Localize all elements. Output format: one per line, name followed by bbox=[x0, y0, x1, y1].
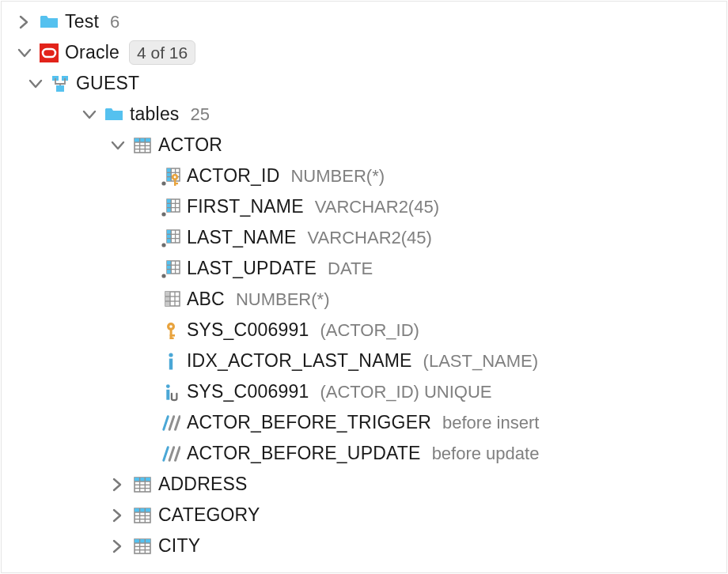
key-icon bbox=[161, 321, 180, 340]
tree-item-label: CATEGORY bbox=[158, 504, 260, 526]
tree-item-label: ADDRESS bbox=[158, 474, 248, 495]
column-label: ABC bbox=[187, 289, 225, 310]
count-badge: 4 of 16 bbox=[129, 40, 195, 65]
table-icon bbox=[133, 136, 152, 155]
trigger-icon bbox=[161, 414, 180, 432]
tree-item-column-actor-id[interactable]: ACTOR_ID NUMBER(*) bbox=[5, 160, 726, 191]
index-cols: (ACTOR_ID) UNIQUE bbox=[320, 382, 491, 402]
index-label: IDX_ACTOR_LAST_NAME bbox=[187, 350, 412, 372]
column-type: NUMBER(*) bbox=[236, 289, 330, 310]
tree-item-category[interactable]: CATEGORY bbox=[5, 500, 726, 531]
column-gray-icon bbox=[161, 290, 180, 309]
index-unique-icon bbox=[161, 383, 180, 402]
column-label: FIRST_NAME bbox=[187, 196, 304, 217]
column-type: VARCHAR2(45) bbox=[315, 197, 439, 217]
tree-item-index-unique[interactable]: SYS_C006991 (ACTOR_ID) UNIQUE bbox=[5, 376, 726, 407]
chevron-down-icon[interactable] bbox=[27, 75, 44, 93]
trigger-desc: before update bbox=[432, 444, 540, 464]
trigger-label: ACTOR_BEFORE_UPDATE bbox=[187, 443, 421, 464]
key-label: SYS_C006991 bbox=[187, 319, 309, 341]
tree-item-label: CITY bbox=[158, 535, 200, 557]
tree-item-label: GUEST bbox=[76, 73, 139, 94]
db-tree: Test 6 Oracle 4 of 16 GUEST tables 25 AC… bbox=[1, 1, 727, 573]
table-icon bbox=[133, 475, 152, 494]
folder-icon bbox=[104, 105, 123, 124]
chevron-down-icon[interactable] bbox=[16, 44, 33, 62]
tree-item-label: tables bbox=[130, 104, 180, 125]
tree-item-address[interactable]: ADDRESS bbox=[5, 469, 726, 500]
tree-item-count: 6 bbox=[110, 12, 119, 32]
table-icon bbox=[133, 506, 152, 525]
tree-item-label: ACTOR bbox=[158, 134, 222, 156]
trigger-icon bbox=[161, 444, 180, 463]
tree-item-oracle[interactable]: Oracle 4 of 16 bbox=[5, 37, 726, 68]
tree-item-guest[interactable]: GUEST bbox=[5, 68, 726, 99]
column-type: DATE bbox=[328, 259, 373, 279]
key-cols: (ACTOR_ID) bbox=[320, 320, 419, 341]
trigger-desc: before insert bbox=[442, 413, 539, 433]
chevron-right-icon[interactable] bbox=[109, 476, 127, 493]
column-label: LAST_NAME bbox=[187, 227, 297, 248]
column-icon bbox=[161, 198, 180, 217]
column-label: ACTOR_ID bbox=[187, 165, 279, 187]
pk-column-icon bbox=[161, 167, 180, 186]
tree-item-label: Test bbox=[65, 11, 99, 32]
oracle-icon bbox=[40, 43, 59, 62]
tree-item-column-first-name[interactable]: FIRST_NAME VARCHAR2(45) bbox=[5, 191, 726, 222]
tree-item-key-sys[interactable]: SYS_C006991 (ACTOR_ID) bbox=[5, 315, 726, 346]
tree-item-index-lastname[interactable]: IDX_ACTOR_LAST_NAME (LAST_NAME) bbox=[5, 346, 726, 376]
tree-item-column-last-name[interactable]: LAST_NAME VARCHAR2(45) bbox=[5, 222, 726, 253]
tree-item-column-last-update[interactable]: LAST_UPDATE DATE bbox=[5, 253, 726, 284]
tree-item-label: Oracle bbox=[65, 42, 119, 63]
trigger-label: ACTOR_BEFORE_TRIGGER bbox=[187, 412, 431, 433]
column-label: LAST_UPDATE bbox=[187, 258, 317, 279]
folder-icon bbox=[40, 13, 59, 32]
tree-item-trigger-insert[interactable]: ACTOR_BEFORE_TRIGGER before insert bbox=[5, 407, 726, 438]
tree-item-tables[interactable]: tables 25 bbox=[5, 99, 726, 130]
tree-item-trigger-update[interactable]: ACTOR_BEFORE_UPDATE before update bbox=[5, 438, 726, 469]
tree-item-actor[interactable]: ACTOR bbox=[5, 130, 726, 160]
tree-item-city[interactable]: CITY bbox=[5, 531, 726, 561]
index-icon bbox=[161, 352, 180, 371]
index-cols: (LAST_NAME) bbox=[423, 351, 538, 372]
chevron-right-icon[interactable] bbox=[109, 538, 127, 555]
tree-item-column-abc[interactable]: ABC NUMBER(*) bbox=[5, 284, 726, 315]
chevron-right-icon[interactable] bbox=[109, 507, 127, 524]
chevron-down-icon[interactable] bbox=[81, 106, 98, 123]
tree-item-count: 25 bbox=[191, 104, 210, 125]
column-icon bbox=[161, 228, 180, 247]
chevron-right-icon[interactable] bbox=[16, 13, 33, 31]
chevron-down-icon[interactable] bbox=[109, 137, 127, 154]
tree-item-test[interactable]: Test 6 bbox=[5, 6, 726, 37]
index-label: SYS_C006991 bbox=[187, 381, 309, 402]
schema-icon bbox=[51, 74, 70, 93]
column-type: VARCHAR2(45) bbox=[308, 228, 432, 248]
column-type: NUMBER(*) bbox=[290, 166, 385, 187]
table-icon bbox=[133, 537, 152, 556]
column-icon bbox=[161, 259, 180, 278]
